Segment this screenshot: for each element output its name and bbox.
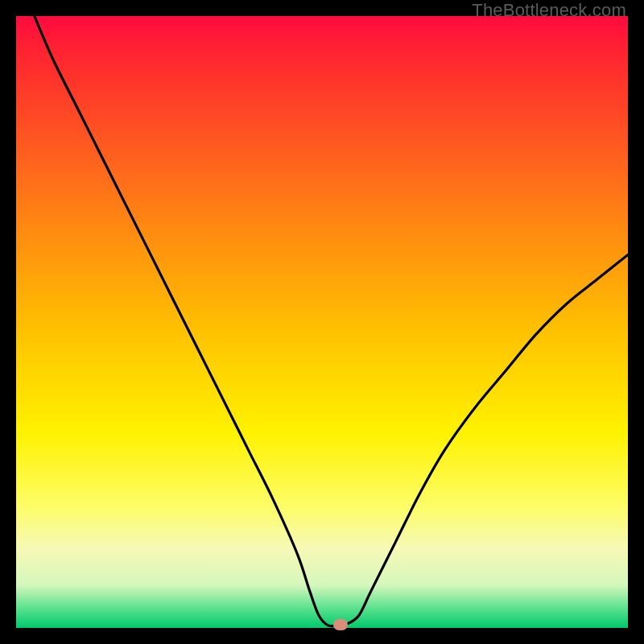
plot-area <box>16 16 628 628</box>
bottleneck-curve-path <box>35 16 628 626</box>
curve-svg <box>16 16 628 628</box>
chart-frame: TheBottleneck.com <box>0 0 644 644</box>
optimum-marker <box>333 619 348 630</box>
